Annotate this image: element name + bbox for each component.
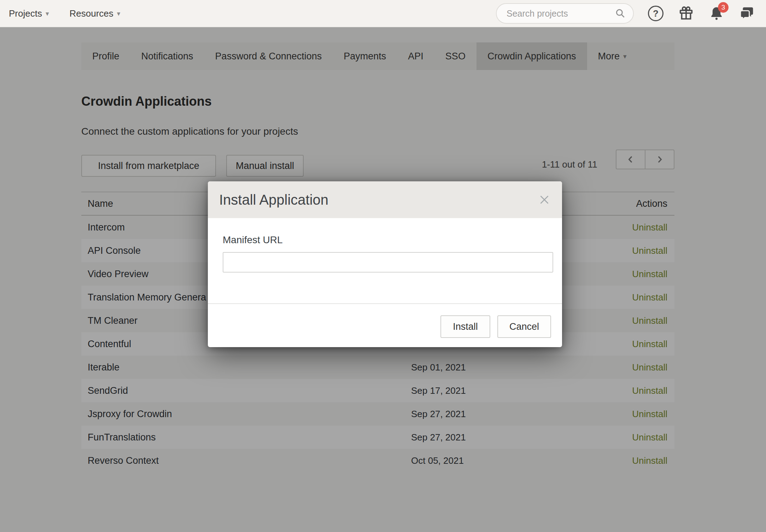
modal-title: Install Application <box>219 192 328 208</box>
nav-resources[interactable]: Resources ▾ <box>69 8 120 19</box>
chat-icon <box>739 5 755 22</box>
manifest-url-input[interactable] <box>223 252 553 273</box>
primary-nav: Projects ▾ Resources ▾ <box>9 8 120 19</box>
modal-header: Install Application <box>208 181 562 218</box>
help-icon: ? <box>648 6 663 21</box>
topbar-actions: ? 3 <box>496 3 755 24</box>
gift-icon <box>678 5 694 22</box>
modal-body: Manifest URL <box>208 218 562 273</box>
search-input[interactable] <box>506 8 610 19</box>
crowdin-settings-page: Projects ▾ Resources ▾ ? <box>0 0 766 532</box>
notification-badge: 3 <box>718 2 729 13</box>
search-icon[interactable] <box>615 8 626 19</box>
nav-projects-label: Projects <box>9 8 42 19</box>
install-application-modal: Install Application Manifest URL Install… <box>208 181 562 347</box>
manifest-url-label: Manifest URL <box>223 234 547 246</box>
whats-new-button[interactable] <box>678 5 695 22</box>
messages-button[interactable] <box>738 5 755 22</box>
modal-footer-divider <box>208 303 562 304</box>
chevron-down-icon: ▾ <box>117 10 121 17</box>
install-button[interactable]: Install <box>440 315 490 338</box>
top-navigation-bar: Projects ▾ Resources ▾ ? <box>0 0 766 27</box>
chevron-down-icon: ▾ <box>46 10 49 17</box>
cancel-button[interactable]: Cancel <box>497 315 551 338</box>
help-button[interactable]: ? <box>647 5 664 22</box>
close-icon[interactable] <box>538 193 551 206</box>
modal-footer: Install Cancel <box>440 315 551 338</box>
notifications-button[interactable]: 3 <box>708 5 725 22</box>
nav-projects[interactable]: Projects ▾ <box>9 8 49 19</box>
nav-resources-label: Resources <box>69 8 113 19</box>
project-search <box>496 3 634 24</box>
